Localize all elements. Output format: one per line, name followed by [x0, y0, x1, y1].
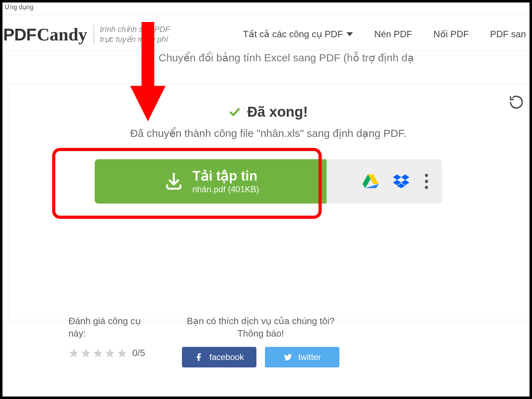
nav-label: Tất cả các công cụ PDF [243, 29, 343, 40]
nav-merge[interactable]: Nối PDF [433, 29, 469, 40]
button-label: twitter [298, 352, 321, 362]
star-icon[interactable] [81, 348, 91, 359]
download-texts: Tải tập tin nhân.pdf (401KB) [192, 168, 259, 194]
star-icon[interactable] [68, 348, 79, 359]
more-options-icon[interactable] [423, 172, 430, 190]
twitter-share-button[interactable]: twitter [265, 347, 339, 367]
result-card: Đã xong! Đã chuyển thành công file "nhân… [8, 84, 529, 320]
star-icon[interactable] [93, 348, 103, 359]
button-label: facebook [209, 352, 244, 362]
restart-icon[interactable] [509, 94, 524, 110]
svg-marker-10 [94, 349, 102, 357]
svg-marker-12 [118, 349, 127, 357]
svg-marker-11 [106, 349, 115, 357]
nav-pdf-to[interactable]: PDF san [490, 29, 526, 40]
download-file-info: nhân.pdf (401KB) [192, 184, 259, 194]
dropbox-icon[interactable] [393, 174, 409, 188]
chevron-down-icon [347, 32, 353, 36]
tagline-line: trực tuyến miễn phí [100, 34, 170, 44]
share-title: Bạn có thích dịch vụ của chúng tôi? Thôn… [182, 315, 339, 340]
svg-marker-9 [82, 349, 90, 357]
share-buttons: facebook twitter [182, 347, 339, 367]
google-drive-icon[interactable] [362, 174, 379, 188]
nav-compress[interactable]: Nén PDF [374, 29, 412, 40]
done-message: Đã chuyển thành công file "nhân.xls" san… [8, 127, 528, 139]
actions-row: Tải tập tin nhân.pdf (401KB) [95, 156, 442, 206]
download-title: Tải tập tin [192, 168, 259, 184]
svg-marker-4 [401, 174, 409, 180]
svg-marker-8 [70, 349, 78, 357]
bookmark-bar-label: Ứng dụng [2, 2, 35, 12]
logo-text-main: PDF [3, 25, 36, 44]
actions-extra [327, 159, 442, 204]
logo-text-cursive: Candy [36, 24, 87, 45]
page-subtitle: Chuyển đổi bảng tính Excel sang PDF (hỗ … [159, 51, 414, 64]
facebook-share-button[interactable]: facebook [182, 347, 256, 367]
check-icon [229, 106, 241, 118]
share-block: Bạn có thích dịch vụ của chúng tôi? Thôn… [182, 315, 339, 367]
logo-tagline: trình chỉnh sửa PDF trực tuyến miễn phí [94, 24, 170, 44]
download-icon [164, 171, 184, 191]
done-row: Đã xong! [8, 104, 528, 120]
share-line: Bạn có thích dịch vụ của chúng tôi? [182, 315, 339, 327]
rate-block: Đánh giá công cụ này: 0/5 [68, 315, 157, 359]
divider [2, 15, 530, 15]
rate-score: 0/5 [132, 348, 145, 359]
site-header: PDF Candy trình chỉnh sửa PDF trực tuyến… [2, 18, 530, 50]
share-line: Thông báo! [182, 327, 339, 340]
facebook-icon [194, 353, 204, 362]
nav-all-tools[interactable]: Tất cả các công cụ PDF [243, 29, 353, 40]
tagline-line: trình chỉnh sửa PDF [100, 24, 170, 34]
download-button[interactable]: Tải tập tin nhân.pdf (401KB) [95, 159, 329, 204]
rate-label: Đánh giá công cụ này: [68, 315, 157, 340]
done-title: Đã xong! [247, 104, 308, 120]
footer-row: Đánh giá công cụ này: 0/5 Bạn có thích d… [68, 315, 339, 367]
star-icon[interactable] [117, 348, 127, 359]
star-icon[interactable] [105, 348, 115, 359]
logo[interactable]: PDF Candy [2, 24, 87, 45]
svg-marker-3 [393, 174, 401, 180]
rating-stars[interactable]: 0/5 [68, 348, 157, 359]
main-nav: Tất cả các công cụ PDF Nén PDF Nối PDF P… [243, 29, 526, 40]
twitter-icon [283, 353, 293, 362]
